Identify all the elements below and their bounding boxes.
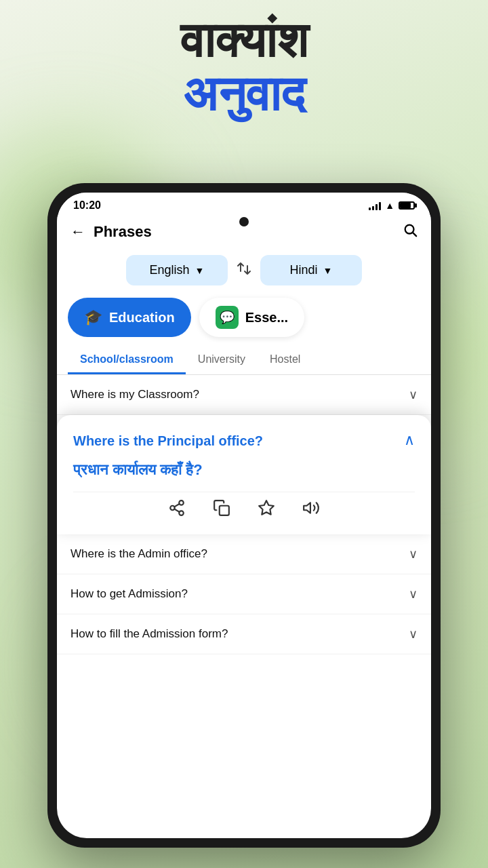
phrase-action-row [73, 492, 415, 524]
expanded-card-header: Where is the Principal office? ∧ [73, 431, 415, 458]
expanded-phrase-translation: प्रधान कार्यालय कहाँ है? [73, 458, 415, 481]
phone-mockup: 10:20 ▲ ← Ph [47, 183, 441, 848]
tab-school-classroom[interactable]: School/classroom [68, 347, 186, 374]
phrase-text-3: Where is the Admin office? [70, 547, 207, 561]
expanded-phrase-text: Where is the Principal office? [73, 431, 263, 450]
swap-languages-button[interactable] [236, 260, 252, 280]
phrase-item-5[interactable]: How to fill the Admission form? ∨ [57, 614, 431, 654]
tab-university[interactable]: University [186, 347, 258, 374]
signal-bar-3 [375, 204, 378, 210]
page-title: Phrases [94, 223, 152, 241]
svg-marker-8 [259, 500, 274, 515]
expand-icon-1: ∨ [409, 387, 418, 402]
category-essential[interactable]: 💬 Esse... [199, 298, 304, 337]
category-education[interactable]: 🎓 Education [68, 298, 191, 337]
title-line2: अनुवाद [0, 67, 488, 121]
target-language-button[interactable]: Hindi ▼ [260, 255, 362, 285]
category-row: 🎓 Education 💬 Esse... [57, 292, 431, 342]
phrase-item-1[interactable]: Where is my Classroom? ∨ [57, 375, 431, 415]
status-time: 10:20 [73, 199, 101, 212]
signal-bar-1 [369, 208, 371, 210]
collapse-icon[interactable]: ∧ [404, 431, 415, 449]
signal-bar-4 [379, 202, 381, 210]
source-language-button[interactable]: English ▼ [126, 255, 228, 285]
phrase-text-1: Where is my Classroom? [70, 388, 199, 401]
search-button[interactable] [403, 222, 418, 241]
source-language-label: English [150, 263, 190, 277]
sub-tabs: School/classroom University Hostel [57, 342, 431, 375]
expanded-phrase-card: Where is the Principal office? ∧ प्रधान … [57, 415, 431, 534]
source-language-dropdown-icon: ▼ [195, 265, 205, 276]
back-button[interactable]: ← [70, 223, 85, 241]
signal-bars-icon [369, 201, 381, 210]
header-left: ← Phrases [70, 223, 152, 241]
svg-rect-7 [220, 506, 229, 515]
status-icons: ▲ [369, 200, 415, 211]
education-label: Education [109, 310, 175, 326]
title-area: वाक्यांश अनुवाद [0, 14, 488, 121]
wifi-icon: ▲ [385, 200, 394, 211]
education-icon: 🎓 [84, 309, 102, 326]
expand-icon-3: ∨ [409, 547, 418, 561]
phrase-list: Where is my Classroom? ∨ Where is the Pr… [57, 375, 431, 654]
star-button[interactable] [258, 499, 275, 521]
phrase-text-4: How to get Admission? [70, 587, 188, 601]
battery-fill [400, 203, 411, 208]
target-language-dropdown-icon: ▼ [323, 265, 333, 276]
copy-button[interactable] [213, 499, 230, 521]
svg-line-6 [174, 504, 179, 507]
svg-line-5 [174, 509, 179, 512]
phrase-text-5: How to fill the Admission form? [70, 627, 228, 641]
phone-screen: 10:20 ▲ ← Ph [57, 193, 431, 838]
svg-line-1 [413, 233, 416, 236]
svg-marker-9 [304, 502, 310, 513]
essential-label: Esse... [245, 310, 288, 326]
battery-icon [399, 201, 415, 210]
expand-icon-5: ∨ [409, 627, 418, 642]
phrase-item-3[interactable]: Where is the Admin office? ∨ [57, 534, 431, 574]
target-language-label: Hindi [290, 263, 318, 277]
speak-button[interactable] [302, 499, 320, 521]
expand-icon-4: ∨ [409, 587, 418, 601]
camera-notch [239, 217, 249, 226]
language-selector: English ▼ Hindi ▼ [57, 248, 431, 292]
share-button[interactable] [168, 499, 186, 521]
title-line1: वाक्यांश [0, 14, 488, 67]
phrase-item-4[interactable]: How to get Admission? ∨ [57, 574, 431, 614]
signal-bar-2 [372, 206, 374, 210]
essential-icon: 💬 [216, 306, 239, 329]
status-bar: 10:20 ▲ [57, 193, 431, 216]
phone-frame: 10:20 ▲ ← Ph [47, 183, 441, 848]
tab-hostel[interactable]: Hostel [258, 347, 312, 374]
